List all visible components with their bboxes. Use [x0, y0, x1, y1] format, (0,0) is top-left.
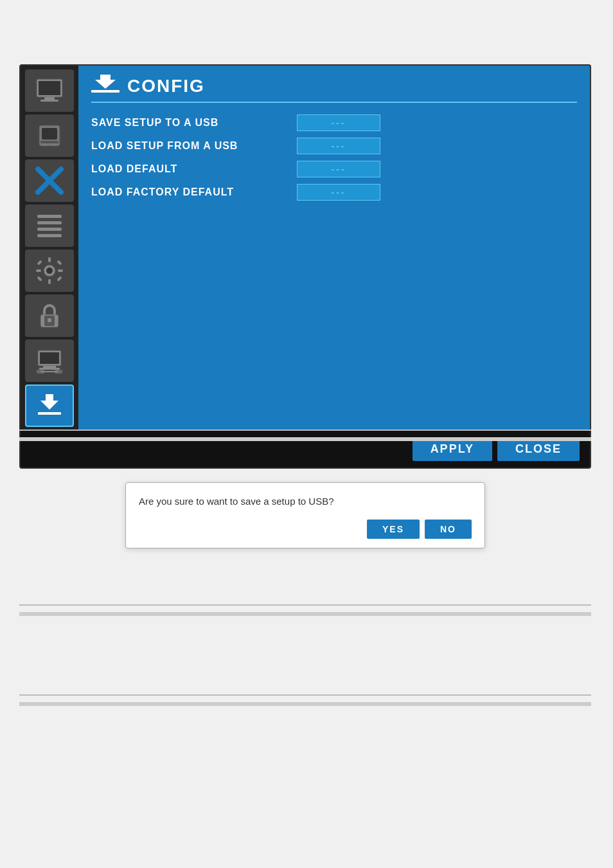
- dialog-buttons: YES NO: [139, 520, 472, 539]
- main-panel: CONFIG SAVE SETUP TO A USB --- LOAD SETU…: [19, 64, 591, 469]
- setting-label-0: SAVE SETUP TO A USB: [91, 117, 297, 129]
- sidebar-item-x[interactable]: [25, 159, 74, 202]
- divider-6: [19, 702, 591, 706]
- sidebar: [21, 66, 78, 431]
- svg-rect-2: [44, 97, 55, 100]
- dashes-icon: [37, 215, 62, 237]
- setting-label-3: LOAD FACTORY DEFAULT: [91, 186, 297, 198]
- config-title: CONFIG: [127, 76, 205, 96]
- dialog-text: Are you sure to want to save a setup to …: [139, 496, 472, 507]
- bottom-bar: APPLY CLOSE: [21, 431, 590, 467]
- svg-rect-1: [39, 81, 60, 95]
- setting-label-1: LOAD SETUP FROM A USB: [91, 140, 297, 152]
- network-icon: [34, 345, 65, 376]
- svg-rect-15: [36, 269, 41, 272]
- svg-rect-5: [42, 128, 57, 140]
- yes-button[interactable]: YES: [367, 520, 420, 539]
- svg-rect-18: [57, 260, 62, 265]
- sidebar-item-lock[interactable]: [25, 294, 74, 337]
- svg-rect-14: [48, 279, 51, 284]
- sidebar-item-monitor[interactable]: [25, 69, 74, 112]
- divider-1: [19, 429, 591, 431]
- svg-rect-23: [48, 318, 51, 322]
- svg-rect-31: [38, 412, 61, 415]
- dialog-outer: Are you sure to want to save a setup to …: [19, 482, 591, 548]
- config-icon: [34, 390, 65, 421]
- setting-value-2[interactable]: ---: [297, 161, 380, 177]
- setting-row-0: SAVE SETUP TO A USB ---: [91, 114, 577, 131]
- x-icon: [34, 165, 65, 196]
- sidebar-item-gear[interactable]: [25, 249, 74, 292]
- usb-icon: [34, 120, 65, 151]
- setting-value-3[interactable]: ---: [297, 184, 380, 201]
- svg-point-12: [46, 267, 53, 274]
- svg-rect-8: [52, 143, 56, 146]
- monitor-icon: [34, 75, 65, 106]
- svg-rect-16: [58, 269, 63, 272]
- divider-4: [19, 612, 591, 616]
- setting-row-2: LOAD DEFAULT ---: [91, 161, 577, 177]
- content-area: CONFIG SAVE SETUP TO A USB --- LOAD SETU…: [78, 66, 590, 431]
- divider-3: [19, 604, 591, 606]
- svg-rect-27: [39, 368, 60, 370]
- sidebar-item-network[interactable]: [25, 339, 74, 382]
- setting-row-1: LOAD SETUP FROM A USB ---: [91, 138, 577, 154]
- divider-2: [19, 437, 591, 441]
- sidebar-item-dashes[interactable]: [25, 204, 74, 247]
- svg-rect-7: [43, 143, 47, 146]
- setting-value-1[interactable]: ---: [297, 138, 380, 154]
- setting-row-3: LOAD FACTORY DEFAULT ---: [91, 184, 577, 201]
- svg-rect-19: [37, 276, 42, 281]
- setting-label-2: LOAD DEFAULT: [91, 163, 297, 175]
- svg-marker-34: [95, 75, 116, 89]
- svg-rect-17: [37, 260, 42, 265]
- svg-rect-6: [40, 141, 58, 143]
- lock-icon: [34, 300, 65, 331]
- svg-rect-13: [48, 257, 51, 262]
- sidebar-item-usb[interactable]: [25, 114, 74, 157]
- sidebar-item-config[interactable]: [25, 384, 74, 427]
- svg-rect-25: [40, 352, 59, 364]
- svg-marker-32: [40, 394, 58, 410]
- config-header: CONFIG: [91, 75, 577, 103]
- setting-value-0[interactable]: ---: [297, 114, 380, 131]
- config-header-icon: [91, 75, 120, 98]
- dialog-box: Are you sure to want to save a setup to …: [125, 482, 485, 548]
- svg-rect-3: [40, 100, 58, 102]
- divider-5: [19, 694, 591, 696]
- svg-rect-20: [57, 276, 62, 281]
- svg-rect-26: [43, 366, 56, 368]
- svg-rect-33: [91, 90, 120, 93]
- gear-icon: [34, 255, 65, 286]
- no-button[interactable]: NO: [425, 520, 472, 539]
